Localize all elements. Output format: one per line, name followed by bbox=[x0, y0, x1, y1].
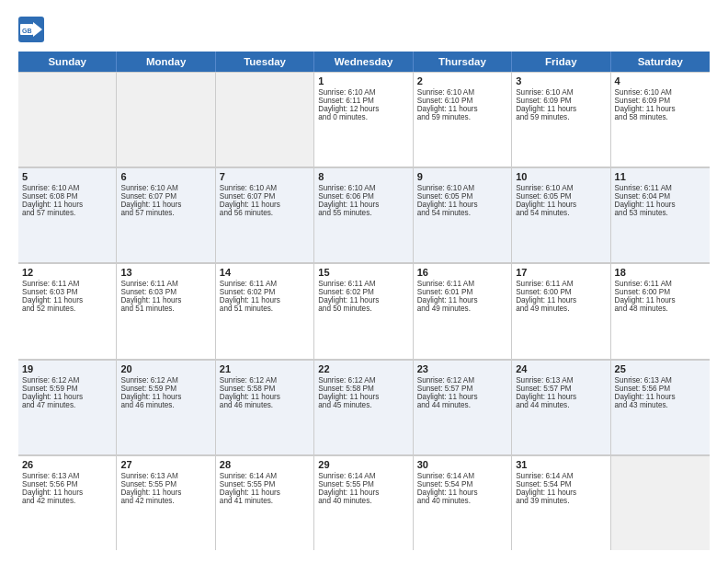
weekday-header-wednesday: Wednesday bbox=[314, 52, 413, 72]
day-info: Daylight: 11 hours bbox=[516, 105, 606, 113]
day-info: Sunrise: 6:12 AM bbox=[220, 376, 310, 385]
day-info: Daylight: 11 hours bbox=[22, 393, 112, 401]
calendar-cell: 17Sunrise: 6:11 AMSunset: 6:00 PMDayligh… bbox=[512, 264, 610, 358]
day-number: 16 bbox=[417, 267, 507, 278]
day-number: 13 bbox=[120, 267, 210, 278]
day-number: 6 bbox=[120, 171, 210, 182]
calendar-cell: 2Sunrise: 6:10 AMSunset: 6:10 PMDaylight… bbox=[414, 73, 512, 167]
calendar-cell: 19Sunrise: 6:12 AMSunset: 5:59 PMDayligh… bbox=[18, 361, 117, 454]
day-info: Daylight: 11 hours bbox=[220, 201, 310, 209]
day-info: and 53 minutes. bbox=[615, 209, 706, 217]
weekday-header-monday: Monday bbox=[117, 52, 215, 72]
day-info: Sunrise: 6:10 AM bbox=[318, 88, 408, 97]
calendar-cell: 13Sunrise: 6:11 AMSunset: 6:03 PMDayligh… bbox=[117, 264, 215, 358]
day-info: Daylight: 11 hours bbox=[120, 488, 210, 497]
day-info: Sunset: 6:03 PM bbox=[120, 288, 210, 296]
day-info: Sunrise: 6:13 AM bbox=[615, 376, 706, 385]
logo-icon: GB bbox=[18, 17, 44, 42]
calendar-cell: 24Sunrise: 6:13 AMSunset: 5:57 PMDayligh… bbox=[512, 361, 610, 454]
day-info: Sunset: 6:02 PM bbox=[220, 288, 310, 296]
day-number: 8 bbox=[318, 171, 408, 182]
day-info: Sunset: 5:57 PM bbox=[516, 385, 606, 393]
day-info: Daylight: 11 hours bbox=[220, 488, 310, 497]
day-info: and 44 minutes. bbox=[417, 401, 507, 409]
day-info: Sunset: 5:56 PM bbox=[615, 385, 706, 393]
day-info: Daylight: 11 hours bbox=[120, 393, 210, 401]
day-number: 3 bbox=[516, 75, 606, 86]
header: GB bbox=[18, 17, 710, 42]
calendar-cell: 4Sunrise: 6:10 AMSunset: 6:09 PMDaylight… bbox=[611, 73, 710, 167]
day-info: Sunset: 6:04 PM bbox=[615, 192, 706, 201]
day-info: Sunset: 6:02 PM bbox=[318, 288, 408, 296]
day-info: Sunrise: 6:10 AM bbox=[120, 184, 210, 192]
day-info: and 41 minutes. bbox=[220, 497, 310, 505]
day-number: 22 bbox=[318, 363, 408, 374]
day-number: 10 bbox=[516, 171, 606, 182]
day-info: and 46 minutes. bbox=[120, 401, 210, 409]
calendar-cell bbox=[611, 456, 710, 550]
day-info: and 43 minutes. bbox=[615, 401, 706, 409]
calendar-cell: 20Sunrise: 6:12 AMSunset: 5:59 PMDayligh… bbox=[117, 361, 215, 454]
day-info: and 47 minutes. bbox=[22, 401, 112, 409]
day-number: 26 bbox=[22, 459, 112, 470]
calendar-cell: 8Sunrise: 6:10 AMSunset: 6:06 PMDaylight… bbox=[314, 168, 413, 262]
day-info: Sunset: 6:01 PM bbox=[417, 288, 507, 296]
day-info: Daylight: 11 hours bbox=[220, 296, 310, 304]
day-info: Daylight: 11 hours bbox=[120, 201, 210, 209]
calendar-week-1: 1Sunrise: 6:10 AMSunset: 6:11 PMDaylight… bbox=[18, 72, 710, 167]
day-info: and 39 minutes. bbox=[516, 497, 606, 505]
day-info: Sunrise: 6:12 AM bbox=[120, 376, 210, 385]
day-info: Sunset: 6:10 PM bbox=[417, 97, 507, 105]
calendar-cell: 31Sunrise: 6:14 AMSunset: 5:54 PMDayligh… bbox=[512, 456, 610, 550]
day-number: 2 bbox=[417, 75, 507, 86]
day-number: 17 bbox=[516, 267, 606, 278]
day-info: Daylight: 11 hours bbox=[417, 201, 507, 209]
day-info: Sunrise: 6:14 AM bbox=[318, 472, 408, 480]
day-info: Sunrise: 6:14 AM bbox=[220, 472, 310, 480]
calendar-cell: 29Sunrise: 6:14 AMSunset: 5:55 PMDayligh… bbox=[314, 456, 413, 550]
day-number: 23 bbox=[417, 363, 507, 374]
day-info: and 42 minutes. bbox=[120, 497, 210, 505]
calendar-week-3: 12Sunrise: 6:11 AMSunset: 6:03 PMDayligh… bbox=[18, 263, 710, 359]
calendar-cell: 9Sunrise: 6:10 AMSunset: 6:05 PMDaylight… bbox=[414, 168, 512, 262]
day-info: Sunset: 5:58 PM bbox=[318, 385, 408, 393]
day-number: 24 bbox=[516, 363, 606, 374]
day-info: Sunrise: 6:11 AM bbox=[220, 280, 310, 288]
day-info: and 46 minutes. bbox=[220, 401, 310, 409]
calendar-week-5: 26Sunrise: 6:13 AMSunset: 5:56 PMDayligh… bbox=[18, 455, 710, 550]
day-info: Sunset: 6:08 PM bbox=[22, 192, 112, 201]
day-info: Daylight: 11 hours bbox=[615, 296, 706, 304]
day-info: Sunset: 6:07 PM bbox=[120, 192, 210, 201]
calendar: SundayMondayTuesdayWednesdayThursdayFrid… bbox=[18, 52, 710, 550]
calendar-cell: 16Sunrise: 6:11 AMSunset: 6:01 PMDayligh… bbox=[414, 264, 512, 358]
calendar-cell: 27Sunrise: 6:13 AMSunset: 5:55 PMDayligh… bbox=[117, 456, 215, 550]
day-number: 25 bbox=[615, 363, 706, 374]
calendar-body: 1Sunrise: 6:10 AMSunset: 6:11 PMDaylight… bbox=[18, 72, 710, 550]
day-info: Daylight: 11 hours bbox=[318, 201, 408, 209]
day-number: 4 bbox=[615, 75, 706, 86]
day-number: 11 bbox=[615, 171, 706, 182]
day-info: Sunset: 6:11 PM bbox=[318, 97, 408, 105]
day-info: and 0 minutes. bbox=[318, 113, 408, 121]
calendar-cell: 18Sunrise: 6:11 AMSunset: 6:00 PMDayligh… bbox=[611, 264, 710, 358]
day-info: Sunrise: 6:13 AM bbox=[120, 472, 210, 480]
day-info: Sunrise: 6:12 AM bbox=[22, 376, 112, 385]
day-number: 20 bbox=[120, 363, 210, 374]
day-info: Daylight: 11 hours bbox=[516, 488, 606, 497]
day-number: 31 bbox=[516, 459, 606, 470]
day-info: and 40 minutes. bbox=[318, 497, 408, 505]
day-info: and 42 minutes. bbox=[22, 497, 112, 505]
day-info: Sunrise: 6:11 AM bbox=[318, 280, 408, 288]
day-info: Sunrise: 6:11 AM bbox=[516, 280, 606, 288]
day-number: 9 bbox=[417, 171, 507, 182]
day-info: Sunset: 6:09 PM bbox=[615, 97, 706, 105]
day-info: and 51 minutes. bbox=[220, 304, 310, 313]
day-info: Sunrise: 6:10 AM bbox=[417, 184, 507, 192]
calendar-cell: 14Sunrise: 6:11 AMSunset: 6:02 PMDayligh… bbox=[216, 264, 314, 358]
day-info: and 50 minutes. bbox=[318, 304, 408, 313]
day-info: Daylight: 11 hours bbox=[516, 201, 606, 209]
day-info: and 57 minutes. bbox=[22, 209, 112, 217]
day-info: Daylight: 11 hours bbox=[220, 393, 310, 401]
day-info: Sunset: 6:05 PM bbox=[516, 192, 606, 201]
day-info: Daylight: 11 hours bbox=[318, 488, 408, 497]
